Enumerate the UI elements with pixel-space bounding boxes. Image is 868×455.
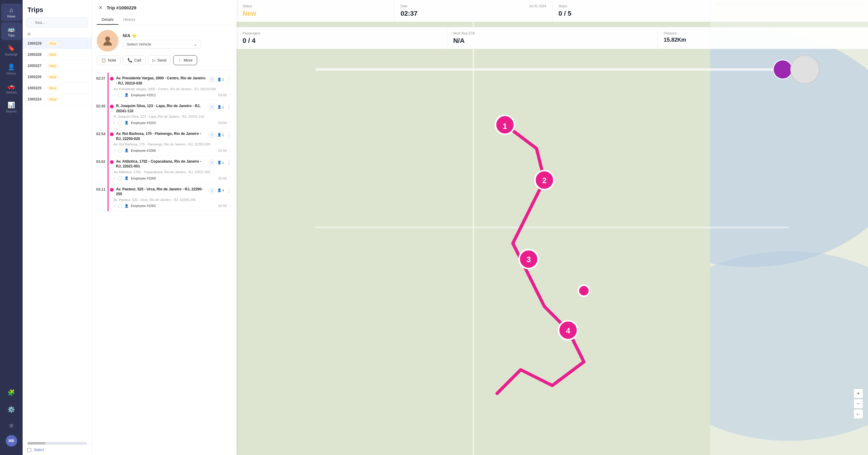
arrow-up-button[interactable]: ↑ [208, 159, 216, 166]
sidebar-item-settings[interactable]: ⚙️ [1, 403, 22, 416]
trip-detail-header: ✕ Trip #1000229 Details History [92, 0, 237, 25]
employee-more-button[interactable]: ⋮ [229, 204, 232, 208]
stop-item: 02:45 R. Joaquim Silva, 123 - Lapa, Rio … [92, 101, 237, 128]
trip-row[interactable]: 1000228 New [23, 49, 92, 60]
stop-item: 02:54 Av. Rui Barbosa, 170 - Flamengo, R… [92, 128, 237, 156]
stat-card-stops: Stops 0 / 5 [553, 0, 710, 22]
select-all-button[interactable]: Select [34, 448, 44, 452]
tab-history[interactable]: History [119, 15, 140, 25]
scrollbar-thumb [27, 442, 45, 445]
horizontal-scrollbar[interactable] [27, 442, 87, 445]
user-avatar[interactable]: MB [6, 435, 17, 447]
call-button[interactable]: 📞 Call [123, 55, 145, 65]
svg-text:2: 2 [542, 176, 547, 185]
tab-details[interactable]: Details [97, 15, 119, 25]
passenger-count: 👤1 [217, 105, 224, 109]
sidebar-item-bookings[interactable]: 🔖 Bookings [1, 41, 22, 59]
emp-circle [118, 204, 122, 208]
stop-main-row: 02:37 Av. Presidente Vargas, 2000 - Cent… [96, 76, 232, 86]
next-stop-label: Next Stop ETA [453, 31, 652, 35]
layer-button[interactable]: L↑ [854, 409, 863, 419]
emp-arrow-icon: ↑ [114, 149, 116, 152]
next-stop-value: N/A [453, 37, 652, 45]
stop-more-button[interactable]: ⋮ [226, 159, 232, 166]
employee-row: ↑ 👤 Employee #1010 03:00 ⋮ [114, 121, 232, 125]
sidebar-item-grid[interactable]: ⊞ [1, 420, 22, 431]
stop-item: 03:02 Av. Atlântica, 1702 - Copacabana, … [92, 156, 237, 184]
stop-main-row: 02:54 Av. Rui Barbosa, 170 - Flamengo, R… [96, 131, 232, 142]
stop-full-address: Av. Atlântica, 1702 - Copacabana, Rio de… [114, 170, 232, 174]
employee-name: Employee #1011 [131, 93, 156, 97]
sidebar-label-drivers: Drivers [7, 72, 16, 75]
home-icon: ⌂ [9, 7, 13, 13]
id-column-label: ID [27, 32, 45, 36]
close-button[interactable]: ✕ [97, 4, 104, 11]
trip-row[interactable]: 1000229 New [23, 38, 92, 49]
employee-more-button[interactable]: ⋮ [229, 93, 232, 97]
vehicle-select[interactable]: Select Vehicle ⌄ [123, 40, 201, 49]
sidebar-item-home[interactable]: ⌂ Home [1, 4, 22, 21]
trip-title: Trip #1000229 [107, 5, 136, 10]
passengers-value: 0 / 4 [243, 37, 441, 45]
arrow-up-button[interactable]: ↑ [208, 76, 216, 83]
stop-dot [110, 188, 114, 192]
trip-status: New [47, 63, 59, 68]
person-icon: 👤 [124, 121, 129, 124]
sidebar-item-reports[interactable]: 📊 Reports [1, 98, 22, 116]
vehicles-icon: 🚗 [7, 82, 15, 90]
search-input[interactable] [26, 18, 88, 27]
distance-label: Distance [664, 31, 862, 35]
employee-name: Employee #1010 [131, 121, 156, 124]
arrow-up-button[interactable]: ↑ [208, 131, 216, 139]
map-container[interactable]: 1 2 3 4 [237, 0, 868, 455]
arrow-up-button[interactable]: ↓ [208, 187, 216, 194]
sidebar-label-vehicles: Vehicles [6, 91, 17, 94]
passenger-count: 👤1 [217, 78, 224, 82]
stop-dot [110, 77, 114, 81]
sidebar-item-drivers[interactable]: 👤 Drivers [1, 60, 22, 78]
driver-avatar [97, 30, 119, 52]
sidebar-item-trips[interactable]: 🚌 Trips [1, 22, 22, 40]
emp-arrow-icon: ↑ [114, 176, 116, 180]
stop-address: Av. Atlântica, 1702 - Copacabana, Rio de… [116, 159, 206, 169]
employee-time: 02:40 [218, 149, 227, 152]
stop-more-button[interactable]: ⋮ [226, 132, 232, 138]
select-all-checkbox[interactable] [27, 448, 31, 452]
note-button[interactable]: 📋 Note [97, 55, 121, 65]
more-button[interactable]: ⋮ More [173, 55, 197, 65]
stat-card-date: Date 02:37 Jul 31 2024 [395, 0, 553, 22]
trip-status: New [47, 75, 59, 79]
zoom-out-button[interactable]: − [854, 399, 863, 408]
send-button[interactable]: ▷ Send [148, 55, 171, 65]
svg-point-0 [105, 36, 110, 41]
employee-name: Employee #1002 [131, 204, 156, 207]
trips-footer: Select [23, 445, 92, 455]
sidebar-item-puzzle[interactable]: 🧩 [1, 386, 22, 399]
trip-row[interactable]: 1000226 New [23, 72, 92, 83]
stop-more-button[interactable]: ⋮ [226, 76, 232, 83]
arrow-up-button[interactable]: ↑ [208, 104, 216, 111]
stop-controls: ↑ 👤1 ⋮ [208, 131, 232, 139]
stop-more-button[interactable]: ⋮ [226, 187, 232, 194]
employee-more-button[interactable]: ⋮ [229, 176, 232, 180]
map-svg: 1 2 3 4 [237, 0, 868, 455]
passenger-icon: 👤 [217, 161, 221, 165]
zoom-in-button[interactable]: + [854, 389, 863, 398]
trip-row[interactable]: 1000225 New [23, 83, 92, 94]
employee-row: ↑ 👤 Employee #1002 02:50 ⋮ [114, 204, 232, 208]
employee-more-button[interactable]: ⋮ [229, 148, 232, 152]
employee-more-button[interactable]: ⋮ [229, 121, 232, 124]
sidebar-item-vehicles[interactable]: 🚗 Vehicles [1, 79, 22, 97]
stop-dot [110, 160, 114, 164]
stop-main-row: 02:45 R. Joaquim Silva, 123 - Lapa, Rio … [96, 104, 232, 114]
stop-more-button[interactable]: ⋮ [226, 104, 232, 110]
trip-row[interactable]: 1000227 New [23, 60, 92, 72]
trip-row[interactable]: 1000224 New [23, 94, 92, 105]
passenger-count: 👤4 [217, 188, 224, 192]
chevron-down-icon: ⌄ [194, 42, 197, 47]
trips-list: 1000229 New 1000228 New 1000227 New 1000… [23, 38, 92, 442]
puzzle-icon: 🧩 [7, 389, 15, 396]
svg-point-16 [578, 285, 590, 296]
stop-main-row: 03:02 Av. Atlântica, 1702 - Copacabana, … [96, 159, 232, 169]
svg-text:3: 3 [527, 255, 531, 264]
